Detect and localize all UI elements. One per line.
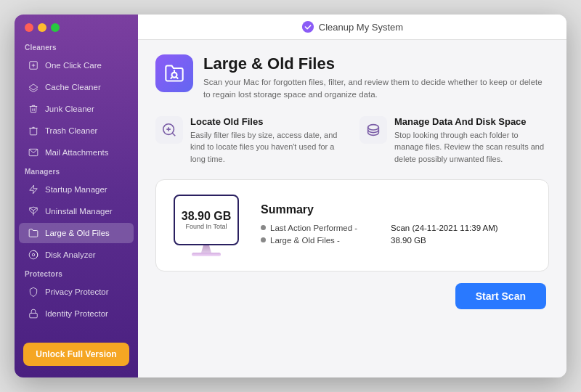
sidebar-item-mail-attachments[interactable]: Mail Attachments bbox=[19, 142, 134, 163]
svg-point-7 bbox=[302, 21, 314, 33]
page-description: Scan your Mac for forgotten files, filte… bbox=[203, 76, 549, 102]
app-header-title: Cleanup My System bbox=[319, 22, 403, 33]
sidebar-item-uninstall-manager[interactable]: Uninstall Manager bbox=[19, 201, 134, 221]
summary-key-1: Large & Old Files - bbox=[270, 236, 386, 245]
locate-files-icon bbox=[155, 116, 183, 144]
sidebar-item-label: Trash Cleaner bbox=[45, 126, 97, 135]
sidebar-item-one-click-care[interactable]: One Click Care bbox=[19, 55, 134, 75]
svg-point-13 bbox=[368, 124, 379, 129]
disk-icon bbox=[28, 249, 39, 261]
monitor-gb-value: 38.90 GB bbox=[182, 210, 231, 223]
sidebar-item-label: Large & Old Files bbox=[45, 229, 110, 237]
feature-card-locate-text: Locate Old Files Easily filter files by … bbox=[190, 116, 345, 166]
app-header-icon bbox=[301, 20, 314, 33]
feature-card-locate: Locate Old Files Easily filter files by … bbox=[155, 116, 345, 166]
junk-icon bbox=[28, 103, 39, 115]
main-content: Cleanup My System Large & Old Files Scan… bbox=[138, 15, 566, 377]
sidebar-item-privacy-protector[interactable]: Privacy Protector bbox=[19, 282, 134, 302]
locate-files-title: Locate Old Files bbox=[190, 116, 345, 127]
summary-key-0: Last Action Performed - bbox=[270, 224, 386, 232]
sidebar-item-label: Mail Attachments bbox=[45, 148, 109, 157]
page-header-icon bbox=[155, 54, 193, 92]
main-body: Large & Old Files Scan your Mac for forg… bbox=[138, 40, 566, 377]
monitor-found-label: Found In Total bbox=[186, 223, 227, 230]
svg-rect-6 bbox=[30, 313, 38, 317]
svg-point-5 bbox=[32, 253, 35, 256]
sidebar-item-label: Disk Analyzer bbox=[45, 250, 96, 259]
zap-icon bbox=[28, 184, 39, 195]
minimize-button[interactable] bbox=[38, 23, 46, 32]
sidebar-item-trash-cleaner[interactable]: Trash Cleaner bbox=[19, 121, 134, 141]
summary-info: Summary Last Action Performed - Scan (24… bbox=[261, 203, 531, 248]
sidebar-item-label: Privacy Protector bbox=[45, 287, 109, 296]
manage-disk-icon bbox=[359, 116, 387, 144]
monitor-base bbox=[192, 253, 221, 256]
svg-line-10 bbox=[172, 133, 175, 136]
bottom-bar: Start Scan bbox=[155, 283, 549, 309]
summary-card: 38.90 GB Found In Total Summary Last Act… bbox=[155, 179, 549, 271]
close-button[interactable] bbox=[25, 23, 33, 32]
cleaners-section-label: Cleaners bbox=[15, 39, 138, 54]
summary-row-0: Last Action Performed - Scan (24-11-2021… bbox=[261, 224, 531, 232]
unlock-full-version-button[interactable]: Unlock Full Version bbox=[23, 343, 129, 366]
package-icon bbox=[28, 205, 39, 217]
sidebar-item-label: Identity Protector bbox=[45, 309, 108, 318]
protectors-section-label: Protectors bbox=[15, 266, 138, 281]
folder-icon bbox=[28, 227, 39, 239]
feature-cards: Locate Old Files Easily filter files by … bbox=[155, 116, 549, 166]
star-icon bbox=[28, 60, 39, 71]
managers-section-label: Managers bbox=[15, 163, 138, 179]
app-header: Cleanup My System bbox=[138, 15, 566, 40]
sidebar-item-identity-protector[interactable]: Identity Protector bbox=[19, 303, 134, 324]
sidebar-item-disk-analyzer[interactable]: Disk Analyzer bbox=[19, 245, 134, 265]
app-window: Cleaners One Click Care Cache Cleaner Ju… bbox=[15, 15, 566, 377]
summary-value-1: 38.90 GB bbox=[391, 236, 426, 245]
sidebar-item-label: Startup Manager bbox=[45, 185, 107, 194]
monitor-stand bbox=[199, 245, 214, 253]
svg-rect-1 bbox=[30, 128, 36, 135]
summary-dot-0 bbox=[261, 225, 266, 230]
feature-card-manage: Manage Data And Disk Space Stop looking … bbox=[359, 116, 549, 166]
monitor-illustration: 38.90 GB Found In Total bbox=[174, 195, 239, 256]
sidebar-item-cache-cleaner[interactable]: Cache Cleaner bbox=[19, 77, 134, 97]
sidebar-item-startup-manager[interactable]: Startup Manager bbox=[19, 179, 134, 200]
summary-title: Summary bbox=[261, 203, 531, 216]
page-header: Large & Old Files Scan your Mac for forg… bbox=[155, 54, 549, 102]
summary-row-1: Large & Old Files - 38.90 GB bbox=[261, 236, 531, 245]
maximize-button[interactable] bbox=[51, 23, 60, 32]
manage-disk-title: Manage Data And Disk Space bbox=[394, 116, 549, 127]
traffic-lights bbox=[15, 15, 138, 39]
svg-point-8 bbox=[172, 73, 177, 78]
page-header-text: Large & Old Files Scan your Mac for forg… bbox=[203, 54, 549, 102]
sidebar-item-label: Junk Cleaner bbox=[45, 105, 94, 113]
sidebar-item-label: One Click Care bbox=[45, 61, 102, 70]
feature-card-manage-text: Manage Data And Disk Space Stop looking … bbox=[394, 116, 549, 166]
locate-files-desc: Easily filter files by size, access date… bbox=[190, 129, 345, 166]
start-scan-button[interactable]: Start Scan bbox=[455, 283, 546, 309]
svg-marker-3 bbox=[30, 185, 38, 194]
summary-dot-1 bbox=[261, 237, 266, 242]
page-title: Large & Old Files bbox=[203, 54, 549, 73]
sidebar-item-large-old-files[interactable]: Large & Old Files bbox=[19, 223, 134, 243]
sidebar-item-junk-cleaner[interactable]: Junk Cleaner bbox=[19, 99, 134, 119]
lock-icon bbox=[28, 308, 39, 319]
sidebar-item-label: Uninstall Manager bbox=[45, 207, 113, 216]
monitor-screen: 38.90 GB Found In Total bbox=[174, 195, 239, 245]
shield-icon bbox=[28, 286, 39, 298]
trash-icon bbox=[28, 125, 39, 136]
manage-disk-desc: Stop looking through each folder to mana… bbox=[394, 129, 549, 166]
sidebar: Cleaners One Click Care Cache Cleaner Ju… bbox=[15, 15, 138, 377]
mail-icon bbox=[28, 147, 39, 158]
sidebar-item-label: Cache Cleaner bbox=[45, 83, 101, 91]
layers-icon bbox=[28, 81, 39, 93]
summary-value-0: Scan (24-11-2021 11:39 AM) bbox=[391, 224, 498, 232]
